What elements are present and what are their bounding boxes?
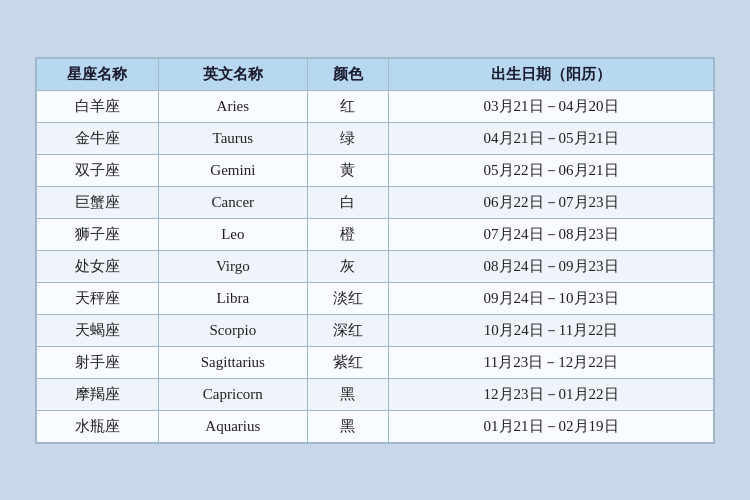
zodiac-table: 星座名称 英文名称 颜色 出生日期（阳历） 白羊座Aries红03月21日－04… [36, 58, 714, 443]
cell-zh: 天秤座 [37, 282, 159, 314]
cell-date: 03月21日－04月20日 [389, 90, 714, 122]
cell-zh: 摩羯座 [37, 378, 159, 410]
cell-color: 橙 [307, 218, 388, 250]
cell-color: 黑 [307, 410, 388, 442]
table-row: 天蝎座Scorpio深红10月24日－11月22日 [37, 314, 714, 346]
table-row: 天秤座Libra淡红09月24日－10月23日 [37, 282, 714, 314]
cell-zh: 金牛座 [37, 122, 159, 154]
cell-color: 灰 [307, 250, 388, 282]
cell-color: 白 [307, 186, 388, 218]
cell-en: Virgo [158, 250, 307, 282]
cell-zh: 狮子座 [37, 218, 159, 250]
cell-zh: 白羊座 [37, 90, 159, 122]
cell-date: 09月24日－10月23日 [389, 282, 714, 314]
table-header-row: 星座名称 英文名称 颜色 出生日期（阳历） [37, 58, 714, 90]
table-row: 金牛座Taurus绿04月21日－05月21日 [37, 122, 714, 154]
cell-zh: 双子座 [37, 154, 159, 186]
cell-en: Gemini [158, 154, 307, 186]
header-color: 颜色 [307, 58, 388, 90]
cell-date: 12月23日－01月22日 [389, 378, 714, 410]
cell-date: 04月21日－05月21日 [389, 122, 714, 154]
cell-color: 紫红 [307, 346, 388, 378]
cell-zh: 天蝎座 [37, 314, 159, 346]
table-body: 白羊座Aries红03月21日－04月20日金牛座Taurus绿04月21日－0… [37, 90, 714, 442]
cell-en: Aquarius [158, 410, 307, 442]
cell-color: 绿 [307, 122, 388, 154]
table-row: 狮子座Leo橙07月24日－08月23日 [37, 218, 714, 250]
cell-date: 08月24日－09月23日 [389, 250, 714, 282]
table-row: 巨蟹座Cancer白06月22日－07月23日 [37, 186, 714, 218]
cell-en: Libra [158, 282, 307, 314]
cell-color: 红 [307, 90, 388, 122]
cell-zh: 巨蟹座 [37, 186, 159, 218]
zodiac-table-container: 星座名称 英文名称 颜色 出生日期（阳历） 白羊座Aries红03月21日－04… [35, 57, 715, 444]
table-row: 射手座Sagittarius紫红11月23日－12月22日 [37, 346, 714, 378]
cell-zh: 水瓶座 [37, 410, 159, 442]
cell-color: 淡红 [307, 282, 388, 314]
cell-date: 01月21日－02月19日 [389, 410, 714, 442]
cell-date: 07月24日－08月23日 [389, 218, 714, 250]
header-date: 出生日期（阳历） [389, 58, 714, 90]
cell-date: 11月23日－12月22日 [389, 346, 714, 378]
cell-date: 10月24日－11月22日 [389, 314, 714, 346]
cell-date: 06月22日－07月23日 [389, 186, 714, 218]
table-row: 白羊座Aries红03月21日－04月20日 [37, 90, 714, 122]
table-row: 摩羯座Capricorn黑12月23日－01月22日 [37, 378, 714, 410]
cell-color: 黑 [307, 378, 388, 410]
cell-en: Cancer [158, 186, 307, 218]
header-zh: 星座名称 [37, 58, 159, 90]
cell-zh: 处女座 [37, 250, 159, 282]
header-en: 英文名称 [158, 58, 307, 90]
cell-en: Taurus [158, 122, 307, 154]
table-row: 处女座Virgo灰08月24日－09月23日 [37, 250, 714, 282]
table-row: 水瓶座Aquarius黑01月21日－02月19日 [37, 410, 714, 442]
cell-color: 黄 [307, 154, 388, 186]
cell-en: Sagittarius [158, 346, 307, 378]
cell-en: Aries [158, 90, 307, 122]
cell-en: Capricorn [158, 378, 307, 410]
cell-zh: 射手座 [37, 346, 159, 378]
cell-en: Leo [158, 218, 307, 250]
cell-date: 05月22日－06月21日 [389, 154, 714, 186]
cell-color: 深红 [307, 314, 388, 346]
table-row: 双子座Gemini黄05月22日－06月21日 [37, 154, 714, 186]
cell-en: Scorpio [158, 314, 307, 346]
